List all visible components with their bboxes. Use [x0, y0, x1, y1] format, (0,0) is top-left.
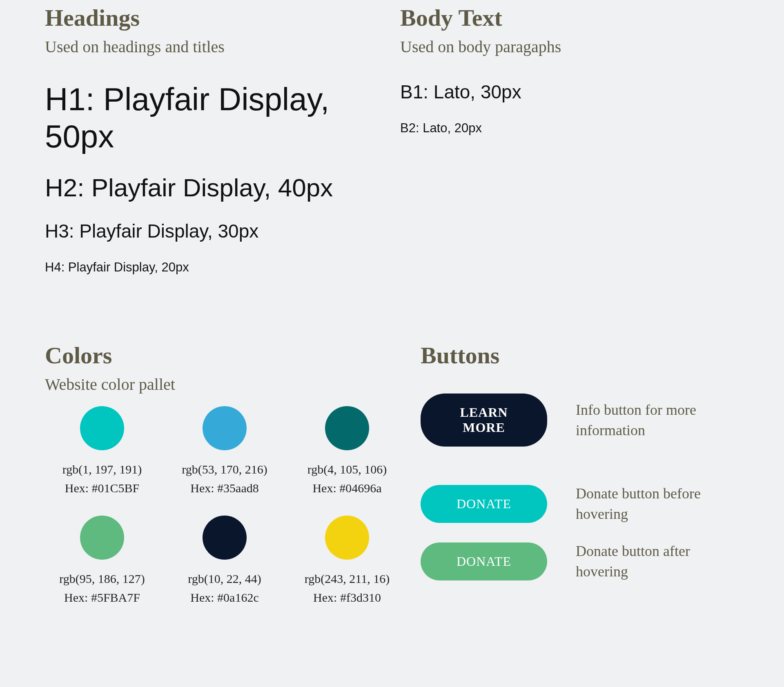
swatch-rgb-label: rgb(4, 105, 106): [290, 462, 404, 476]
button-description: Info button for more information: [576, 400, 739, 441]
learn-more-button[interactable]: LEARN MORE: [421, 394, 547, 447]
swatch-grid: rgb(1, 197, 191)Hex: #01C5BFrgb(53, 170,…: [45, 406, 404, 605]
swatch-circle: [325, 406, 369, 450]
buttons-column: Buttons LEARN MOREInfo button for more i…: [404, 342, 739, 605]
colors-subtitle: Website color pallet: [45, 375, 404, 394]
heading-sample-h3: H3: Playfair Display, 30px: [45, 220, 384, 242]
swatch-rgb-label: rgb(53, 170, 216): [167, 462, 282, 476]
swatch-rgb-label: rgb(95, 186, 127): [45, 572, 159, 586]
button-demo-row: DONATEDonate button after hovering: [421, 541, 739, 582]
headings-title: Headings: [45, 4, 384, 31]
swatch-circle: [325, 516, 369, 560]
color-swatch: rgb(53, 170, 216)Hex: #35aad8: [167, 406, 282, 495]
colors-buttons-row: Colors Website color pallet rgb(1, 197, …: [45, 342, 739, 605]
button-demo-row: LEARN MOREInfo button for more informati…: [421, 394, 739, 447]
body-sample-b1: B1: Lato, 30px: [400, 81, 739, 103]
swatch-rgb-label: rgb(243, 211, 16): [290, 572, 404, 586]
swatch-hex-label: Hex: #5FBA7F: [45, 591, 159, 605]
heading-sample-h2: H2: Playfair Display, 40px: [45, 173, 384, 202]
heading-sample-h1: H1: Playfair Display, 50px: [45, 81, 384, 155]
body-sample-b2: B2: Lato, 20px: [400, 121, 739, 136]
color-swatch: rgb(1, 197, 191)Hex: #01C5BF: [45, 406, 159, 495]
swatch-circle: [203, 516, 247, 560]
colors-column: Colors Website color pallet rgb(1, 197, …: [45, 342, 404, 605]
typography-row: Headings Used on headings and titles H1:…: [45, 4, 739, 293]
swatch-hex-label: Hex: #04696a: [290, 481, 404, 495]
swatch-rgb-label: rgb(1, 197, 191): [45, 462, 159, 476]
swatch-hex-label: Hex: #f3d310: [290, 591, 404, 605]
color-swatch: rgb(4, 105, 106)Hex: #04696a: [290, 406, 404, 495]
swatch-rgb-label: rgb(10, 22, 44): [167, 572, 282, 586]
swatch-circle: [80, 406, 124, 450]
button-description: Donate button after hovering: [576, 541, 739, 582]
buttons-title: Buttons: [421, 342, 739, 369]
body-text-title: Body Text: [400, 4, 739, 31]
button-list: LEARN MOREInfo button for more informati…: [421, 394, 739, 582]
swatch-hex-label: Hex: #0a162c: [167, 591, 282, 605]
color-swatch: rgb(10, 22, 44)Hex: #0a162c: [167, 516, 282, 605]
button-description: Donate button before hovering: [576, 483, 739, 525]
donate-button-hover[interactable]: DONATE: [421, 542, 547, 580]
donate-button[interactable]: DONATE: [421, 485, 547, 523]
headings-subtitle: Used on headings and titles: [45, 37, 384, 56]
heading-sample-h4: H4: Playfair Display, 20px: [45, 260, 384, 275]
button-demo-row: DONATEDonate button before hovering: [421, 483, 739, 525]
swatch-circle: [80, 516, 124, 560]
colors-title: Colors: [45, 342, 404, 369]
swatch-hex-label: Hex: #35aad8: [167, 481, 282, 495]
swatch-hex-label: Hex: #01C5BF: [45, 481, 159, 495]
color-swatch: rgb(95, 186, 127)Hex: #5FBA7F: [45, 516, 159, 605]
swatch-circle: [203, 406, 247, 450]
color-swatch: rgb(243, 211, 16)Hex: #f3d310: [290, 516, 404, 605]
body-text-subtitle: Used on body paragaphs: [400, 37, 739, 56]
headings-column: Headings Used on headings and titles H1:…: [45, 4, 384, 293]
body-text-column: Body Text Used on body paragaphs B1: Lat…: [384, 4, 739, 293]
